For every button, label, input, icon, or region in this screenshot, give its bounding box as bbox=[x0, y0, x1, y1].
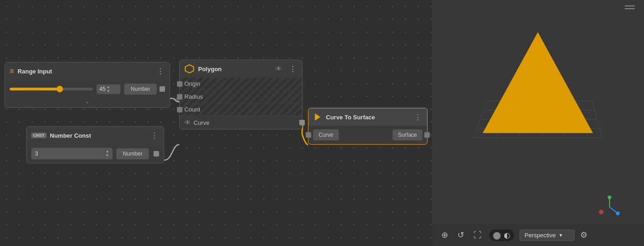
const-stepper-down[interactable]: ▼ bbox=[105, 154, 109, 157]
cts-icon bbox=[313, 112, 322, 122]
viewport-gizmo bbox=[598, 196, 621, 218]
polygon-curve-label: Curve bbox=[194, 119, 210, 126]
range-stepper[interactable]: ▲ ▼ bbox=[107, 85, 110, 93]
slider-thumb[interactable] bbox=[57, 86, 63, 92]
polygon-icon bbox=[184, 64, 194, 74]
focus-icon[interactable]: ⊕ bbox=[439, 228, 450, 242]
polygon-menu-btn[interactable]: ⋮ bbox=[288, 65, 297, 73]
polygon-radius-label: Radius bbox=[184, 93, 297, 100]
polygon-header: Polygon 👁 ⋮ bbox=[180, 60, 302, 78]
node-canvas[interactable]: ≡ Range Input ⋮ 45 ▲ ▼ Number ⌄ bbox=[0, 0, 432, 246]
number-const-header: CNST Number Const ⋮ bbox=[27, 127, 164, 144]
polygon-origin-socket[interactable] bbox=[177, 81, 182, 87]
viewport-toolbar: ⊕ ↺ ⛶ ⬤ ◐ Perspective ▼ ⚙ bbox=[432, 224, 644, 246]
polygon-origin-row: Origin bbox=[180, 78, 302, 90]
range-input-menu-btn[interactable]: ⋮ bbox=[156, 67, 165, 76]
cts-output-section: Surface bbox=[368, 126, 427, 144]
range-value-input[interactable]: 45 ▲ ▼ bbox=[97, 84, 120, 94]
range-input-title: Range Input bbox=[17, 68, 152, 75]
hamburger-line-2 bbox=[625, 8, 635, 9]
svg-marker-14 bbox=[483, 32, 593, 133]
polygon-origin-label: Origin bbox=[184, 80, 297, 87]
polygon-title: Polygon bbox=[198, 66, 272, 73]
cts-body: Curve Surface bbox=[308, 126, 427, 144]
refresh-icon[interactable]: ↺ bbox=[456, 228, 466, 242]
shading-circle-icon[interactable]: ⬤ bbox=[493, 231, 501, 240]
slider-row: 45 ▲ ▼ Number bbox=[5, 80, 170, 96]
polygon-eye-icon[interactable]: 👁 bbox=[275, 65, 282, 73]
cts-surface-label: Surface bbox=[393, 129, 422, 140]
cts-curve-label: Curve bbox=[313, 129, 339, 140]
const-stepper-up[interactable]: ▲ bbox=[105, 150, 109, 153]
cnst-badge: CNST bbox=[31, 133, 46, 138]
slider-track[interactable] bbox=[10, 88, 93, 90]
range-output-label: Number bbox=[124, 84, 157, 95]
polygon-count-label: Count bbox=[184, 106, 297, 113]
const-output-label: Number bbox=[116, 148, 149, 159]
polygon-curve-output-row: 👁 Curve bbox=[180, 116, 302, 129]
sliders-icon: ≡ bbox=[10, 67, 14, 75]
number-const-value: 3 bbox=[35, 151, 38, 157]
const-stepper[interactable]: ▲ ▼ bbox=[105, 150, 109, 157]
svg-marker-1 bbox=[315, 113, 320, 121]
number-const-body: 3 ▲ ▼ Number bbox=[27, 144, 164, 163]
shading-toggle[interactable]: ⬤ ◐ bbox=[489, 229, 514, 241]
range-input-header: ≡ Range Input ⋮ bbox=[5, 62, 170, 80]
frame-icon[interactable]: ⛶ bbox=[472, 229, 484, 242]
cts-input-section: Curve bbox=[308, 126, 368, 144]
cts-curve-input-socket[interactable] bbox=[306, 132, 311, 138]
perspective-select[interactable]: Perspective ▼ bbox=[519, 229, 575, 241]
range-value: 45 bbox=[99, 86, 105, 92]
slider-fill bbox=[10, 88, 60, 90]
polygon-count-row: Count bbox=[180, 103, 302, 116]
number-const-menu-btn[interactable]: ⋮ bbox=[150, 131, 159, 140]
curve-eye-icon[interactable]: 👁 bbox=[184, 119, 191, 126]
const-output-socket[interactable] bbox=[154, 151, 159, 157]
hamburger-line-1 bbox=[625, 6, 635, 6]
svg-marker-0 bbox=[185, 65, 194, 73]
cts-menu-btn[interactable]: ⋮ bbox=[413, 113, 422, 122]
cts-title: Curve To Surface bbox=[326, 114, 410, 121]
svg-point-18 bbox=[616, 212, 620, 215]
cts-surface-socket[interactable] bbox=[424, 132, 430, 138]
stepper-down[interactable]: ▼ bbox=[107, 89, 110, 93]
svg-point-19 bbox=[599, 210, 604, 214]
triangle-3d bbox=[460, 18, 616, 156]
svg-point-16 bbox=[608, 196, 611, 199]
number-const-title: Number Const bbox=[50, 132, 147, 139]
perspective-label: Perspective bbox=[524, 232, 556, 239]
range-input-node: ≡ Range Input ⋮ 45 ▲ ▼ Number ⌄ bbox=[5, 62, 170, 108]
stepper-up[interactable]: ▲ bbox=[107, 85, 110, 89]
polygon-node: Polygon 👁 ⋮ Origin Radius Count 👁 Curve bbox=[179, 60, 302, 129]
polygon-radius-row: Radius bbox=[180, 90, 302, 103]
svg-line-17 bbox=[610, 207, 617, 213]
polygon-radius-socket[interactable] bbox=[177, 94, 182, 100]
polygon-curve-socket[interactable] bbox=[299, 120, 305, 125]
perspective-chevron: ▼ bbox=[559, 233, 563, 238]
viewport[interactable]: ⊕ ↺ ⛶ ⬤ ◐ Perspective ▼ ⚙ bbox=[432, 0, 644, 246]
shading-material-icon[interactable]: ◐ bbox=[504, 231, 510, 240]
viewport-hamburger-menu[interactable] bbox=[625, 6, 635, 9]
polygon-body: Origin Radius Count bbox=[180, 78, 302, 116]
curve-to-surface-node: Curve To Surface ⋮ Curve Surface bbox=[308, 108, 427, 145]
viewport-settings-icon[interactable]: ⚙ bbox=[580, 230, 587, 240]
number-const-node: CNST Number Const ⋮ 3 ▲ ▼ Number bbox=[26, 126, 164, 163]
number-const-input[interactable]: 3 ▲ ▼ bbox=[31, 148, 113, 159]
polygon-count-socket[interactable] bbox=[177, 107, 182, 112]
range-expand-chevron[interactable]: ⌄ bbox=[5, 96, 170, 107]
cts-header: Curve To Surface ⋮ bbox=[308, 108, 427, 126]
range-output-socket[interactable] bbox=[160, 86, 165, 92]
